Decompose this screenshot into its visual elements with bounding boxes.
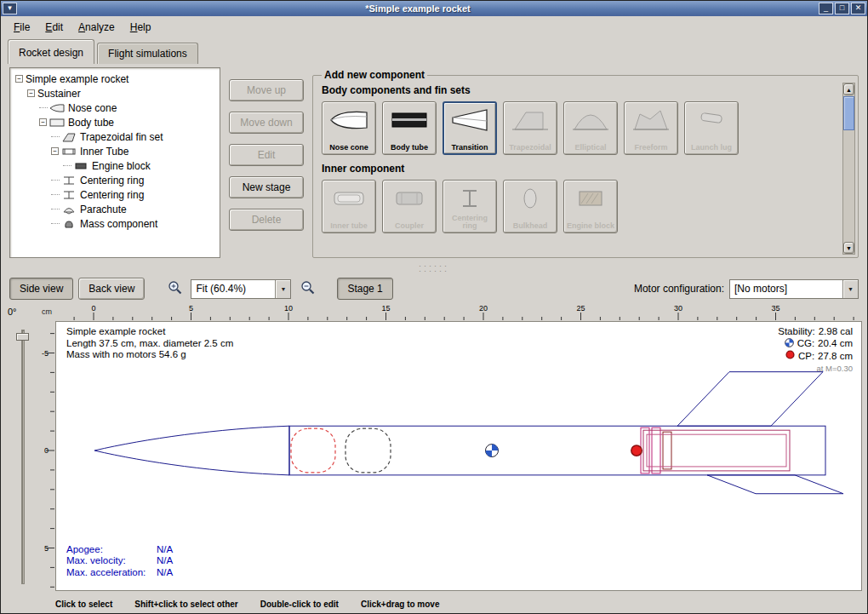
motor-configuration-value: [No motors] xyxy=(730,283,842,295)
window-menu-button[interactable]: ▾ xyxy=(3,3,17,14)
edit-button[interactable]: Edit xyxy=(229,144,304,166)
mach-note: at M=0.30 xyxy=(778,363,853,375)
cp-icon xyxy=(785,350,795,363)
tree-item-body-tube[interactable]: −Body tube xyxy=(12,115,218,129)
component-button-trapezoidal[interactable]: Trapezoidal xyxy=(503,101,557,155)
svg-text:0: 0 xyxy=(44,446,49,455)
rocket-dimensions: Length 37.5 cm, max. diameter 2.5 cm xyxy=(66,338,233,350)
body-tube-icon xyxy=(390,107,429,135)
component-scrollbar[interactable]: ▲ ▼ xyxy=(842,83,855,255)
tabs-row: Rocket designFlight simulations xyxy=(1,38,867,64)
menu-edit[interactable]: Edit xyxy=(37,19,71,36)
component-button-inner-tube[interactable]: Inner tube xyxy=(322,180,376,233)
menu-file[interactable]: File xyxy=(6,19,37,36)
component-button-nose-cone[interactable]: Nose cone xyxy=(322,101,376,155)
rocket-figure-area: 0° cm 05101520253035 -505 xyxy=(1,304,867,596)
rocket-info-block: Simple example rocket Length 37.5 cm, ma… xyxy=(66,326,233,361)
tab-rocket-design[interactable]: Rocket design xyxy=(8,39,94,64)
tree-item-engine-block[interactable]: Engine block xyxy=(12,158,218,173)
body-tube-shape[interactable] xyxy=(289,426,825,475)
tree-item-inner-tube[interactable]: −Inner Tube xyxy=(12,144,218,158)
component-button-transition[interactable]: Transition xyxy=(443,101,497,155)
stability-label: Stability: xyxy=(778,326,814,338)
tree-item-mass-component[interactable]: Mass component xyxy=(12,216,218,231)
component-button-body-tube[interactable]: Body tube xyxy=(382,101,437,155)
component-tree[interactable]: −Simple example rocket−SustainerNose con… xyxy=(9,67,220,258)
rocket-canvas[interactable]: Simple example rocket Length 37.5 cm, ma… xyxy=(55,321,862,591)
transition-icon xyxy=(450,107,489,135)
body-tube-icon xyxy=(49,118,65,128)
maximize-button[interactable]: □ xyxy=(835,3,849,14)
cp-marker[interactable] xyxy=(631,445,642,456)
scroll-up-button[interactable]: ▲ xyxy=(843,83,854,95)
delete-button[interactable]: Delete xyxy=(229,209,304,231)
tree-connector xyxy=(63,165,71,166)
pane-splitter[interactable]: ······ ······ xyxy=(1,263,867,273)
scrollbar-thumb[interactable] xyxy=(843,96,854,130)
status-hint: Double-click to edit xyxy=(260,600,339,609)
tree-item-parachute[interactable]: Parachute xyxy=(12,202,218,216)
rotation-slider[interactable] xyxy=(21,330,25,584)
rotation-slider-handle[interactable] xyxy=(16,333,29,341)
component-button-coupler[interactable]: Coupler xyxy=(382,180,437,233)
engine-block-shape[interactable] xyxy=(663,432,671,469)
add-component-title: Add new component xyxy=(322,69,427,81)
zoom-in-button[interactable] xyxy=(163,278,186,299)
scroll-down-button[interactable]: ▼ xyxy=(843,242,854,254)
zoom-combobox[interactable]: Fit (60.4%) ▼ xyxy=(191,279,291,299)
stability-value: 2.98 cal xyxy=(819,326,853,338)
chevron-down-icon[interactable]: ▼ xyxy=(275,280,290,298)
centering-ring-icon xyxy=(61,175,77,186)
tab-flight-simulations[interactable]: Flight simulations xyxy=(97,43,198,64)
cg-label: CG: xyxy=(797,338,814,350)
svg-text:35: 35 xyxy=(771,304,779,313)
tree-item-trapezoidal-fin-set[interactable]: Trapezoidal fin set xyxy=(12,129,218,144)
flight-row-max-acceleration: Max. acceleration:N/A xyxy=(66,567,173,579)
tree-expander-icon[interactable]: − xyxy=(51,147,59,155)
group-label-body-components-and-fin-sets: Body components and fin sets xyxy=(322,84,837,96)
tree-item-nose-cone[interactable]: Nose cone xyxy=(12,100,218,115)
fin-lower-shape[interactable] xyxy=(707,475,843,494)
component-button-bulkhead[interactable]: Bulkhead xyxy=(503,180,557,233)
menu-analyze[interactable]: Analyze xyxy=(71,19,123,36)
new-stage-button[interactable]: New stage xyxy=(229,176,304,198)
zoom-out-button[interactable] xyxy=(296,278,318,299)
stage-1-toggle[interactable]: Stage 1 xyxy=(337,278,392,300)
mass-component-shape[interactable] xyxy=(345,428,391,473)
menu-help[interactable]: Help xyxy=(123,19,159,36)
motor-configuration-combobox[interactable]: [No motors] ▼ xyxy=(729,279,859,299)
side-view-button[interactable]: Side view xyxy=(9,278,73,300)
move-down-button[interactable]: Move down xyxy=(229,112,304,134)
fin-upper-shape[interactable] xyxy=(677,372,823,427)
tree-item-sustainer[interactable]: −Sustainer xyxy=(12,86,218,100)
nose-cone-shape[interactable] xyxy=(94,426,289,475)
minimize-button[interactable]: _ xyxy=(819,3,833,14)
move-up-button[interactable]: Move up xyxy=(229,79,304,101)
cg-icon xyxy=(785,338,794,351)
nose-cone-icon xyxy=(329,107,368,135)
tree-expander-icon[interactable]: − xyxy=(39,118,47,126)
inner-tube-shape[interactable] xyxy=(643,430,790,471)
zoom-in-icon xyxy=(167,279,183,298)
component-button-engine-block[interactable]: Engine block xyxy=(563,180,618,233)
tree-item-centering-ring[interactable]: Centering ring xyxy=(12,173,218,187)
tree-connector xyxy=(39,107,48,108)
vertical-ruler: -505 xyxy=(38,321,55,591)
tree-item-simple-example-rocket[interactable]: −Simple example rocket xyxy=(12,72,218,86)
component-button-centering-ring[interactable]: Centering ring xyxy=(443,180,497,233)
back-view-button[interactable]: Back view xyxy=(78,278,145,300)
component-button-launch-lug[interactable]: Launch lug xyxy=(684,101,739,155)
menu-bar: FileEditAnalyzeHelp xyxy=(1,16,867,38)
cg-marker[interactable] xyxy=(486,445,499,457)
chevron-down-icon[interactable]: ▼ xyxy=(842,280,858,298)
engine-block-icon xyxy=(73,161,89,171)
tree-expander-icon[interactable]: − xyxy=(15,75,23,83)
component-button-elliptical[interactable]: Elliptical xyxy=(563,101,618,155)
parachute-shape[interactable] xyxy=(291,428,335,473)
ruler-unit-label: cm xyxy=(42,307,52,316)
flight-row-apogee: Apogee:N/A xyxy=(66,544,173,556)
close-button[interactable]: ✕ xyxy=(851,3,865,14)
tree-item-centering-ring[interactable]: Centering ring xyxy=(12,187,218,202)
component-button-freeform[interactable]: Freeform xyxy=(624,101,678,155)
tree-expander-icon[interactable]: − xyxy=(27,89,35,97)
